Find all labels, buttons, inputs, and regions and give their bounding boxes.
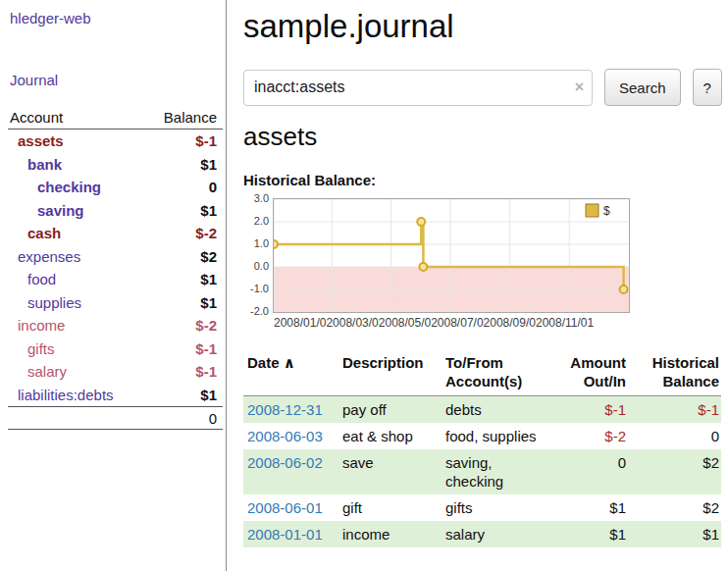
sidebar-account-link-income[interactable]: income: [8, 317, 65, 334]
sort-asc-icon[interactable]: ∧: [284, 354, 295, 371]
sidebar-account-row: expenses$2: [8, 245, 223, 269]
account-column-label: Account: [10, 109, 63, 126]
search-button[interactable]: Search: [604, 69, 681, 106]
register-description: gift: [338, 494, 442, 521]
sidebar-account-balance: $1: [200, 202, 217, 219]
help-button[interactable]: ?: [693, 69, 722, 106]
col-header-accounts: To/From Account(s): [442, 353, 554, 396]
register-balance: 0: [628, 423, 721, 449]
search-bar: × Search ?: [243, 69, 722, 106]
sidebar-account-balance: 0: [209, 179, 217, 195]
register-amount: 0: [554, 449, 628, 494]
register-accounts: saving, checking: [442, 449, 554, 494]
sidebar-account-row: food$1: [8, 268, 223, 291]
sidebar-account-balance: $1: [200, 156, 217, 173]
x-tick-label: 2008/07/0: [431, 316, 483, 330]
sidebar-account-link-food[interactable]: food: [8, 271, 56, 287]
y-tick-label: 1.0: [254, 237, 269, 249]
account-balance-table: Account Balance assets$-1bank$1checking0…: [8, 106, 223, 430]
sidebar-item-journal[interactable]: Journal: [10, 72, 226, 88]
clear-search-icon[interactable]: ×: [575, 78, 584, 97]
y-tick-label: 3.0: [254, 192, 269, 204]
register-row: 2008-06-02savesaving, checking0$2: [243, 449, 721, 494]
register-date-link[interactable]: 2008-12-31: [247, 401, 323, 418]
register-header-row: Date ∧ Description To/From Account(s) Am…: [243, 353, 721, 396]
register-date-cell: 2008-12-31: [243, 396, 338, 424]
account-heading: assets: [243, 122, 722, 152]
chart-plot-area: $: [273, 198, 630, 313]
sidebar-account-link-assets[interactable]: assets: [8, 132, 64, 149]
x-tick-label: 2008/11/01: [536, 316, 594, 330]
register-accounts: debts: [442, 396, 554, 424]
sidebar-account-link-supplies[interactable]: supplies: [8, 294, 81, 311]
sidebar-account-balance: $1: [200, 387, 217, 403]
col-header-date[interactable]: Date ∧: [243, 353, 338, 396]
sidebar-account-balance: $2: [200, 248, 217, 265]
register-description: save: [338, 449, 442, 494]
y-tick-label: -2.0: [250, 305, 269, 317]
sidebar-account-link-liabilities-debts[interactable]: liabilities:debts: [8, 387, 114, 403]
chart-svg: $: [274, 199, 629, 312]
register-date-cell: 2008-01-01: [243, 521, 338, 547]
register-row: 2008-12-31pay offdebts$-1$-1: [243, 396, 721, 424]
account-total-value: 0: [209, 410, 217, 427]
sidebar-account-link-salary[interactable]: salary: [8, 363, 67, 380]
x-tick-label: 2008/01/0: [274, 316, 326, 330]
register-accounts: gifts: [442, 494, 554, 521]
col-header-amount: Amount Out/In: [554, 353, 628, 396]
sidebar-account-row: salary$-1: [8, 360, 223, 384]
sidebar-account-row: checking0: [8, 176, 223, 199]
register-balance: $2: [628, 449, 721, 494]
x-tick-label: 2008/05/0: [379, 316, 431, 330]
register-description: pay off: [338, 396, 442, 424]
search-input[interactable]: [243, 70, 593, 106]
register-row: 2008-06-03eat & shopfood, supplies$-20: [243, 423, 721, 449]
register-date-link[interactable]: 2008-06-02: [247, 454, 323, 471]
sidebar-account-balance: $1: [200, 271, 217, 287]
chart-x-axis: 2008/01/02008/03/02008/05/02008/07/02008…: [274, 316, 722, 330]
register-row: 2008-01-01incomesalary$1$1: [243, 521, 721, 547]
sidebar-account-balance: $-2: [195, 317, 217, 334]
sidebar-account-balance: $-2: [195, 225, 217, 241]
col-header-description: Description: [338, 353, 442, 396]
register-amount: $-1: [554, 396, 628, 424]
date-header-label: Date: [247, 354, 280, 371]
sidebar-account-link-gifts[interactable]: gifts: [8, 340, 55, 357]
register-date-link[interactable]: 2008-01-01: [247, 526, 323, 543]
register-amount: $1: [554, 494, 628, 521]
y-tick-label: -1.0: [250, 283, 269, 294]
register-balance: $1: [628, 521, 721, 547]
sidebar-account-row: cash$-2: [8, 222, 223, 245]
chart-title: Historical Balance:: [243, 172, 722, 188]
sidebar-account-balance: $-1: [195, 363, 217, 380]
sidebar-account-balance: $-1: [195, 132, 217, 149]
sidebar-account-balance: $1: [200, 294, 217, 311]
sidebar-account-row: supplies$1: [8, 291, 223, 315]
svg-text:$: $: [603, 204, 610, 218]
sidebar-account-row: bank$1: [8, 153, 223, 177]
search-box: ×: [243, 70, 593, 106]
register-date-link[interactable]: 2008-06-03: [247, 428, 323, 444]
main-content: sample.journal × Search ? assets Histori…: [228, 0, 728, 571]
register-row: 2008-06-01giftgifts$1$2: [243, 494, 721, 521]
sidebar: hledger-web Journal Account Balance asse…: [0, 0, 227, 571]
chart-y-axis: 3.02.01.00.0-1.0-2.0: [243, 198, 273, 313]
sidebar-account-link-checking[interactable]: checking: [8, 179, 101, 195]
sidebar-account-row: income$-2: [8, 314, 223, 337]
sidebar-account-link-saving[interactable]: saving: [8, 202, 84, 219]
sidebar-account-link-bank[interactable]: bank: [8, 156, 62, 173]
x-tick-label: 2008/03/0: [326, 316, 378, 330]
register-date-link[interactable]: 2008-06-01: [247, 499, 323, 516]
sidebar-account-link-expenses[interactable]: expenses: [8, 248, 80, 265]
register-date-cell: 2008-06-03: [243, 423, 338, 449]
sidebar-account-link-cash[interactable]: cash: [8, 225, 61, 241]
register-description: eat & shop: [338, 423, 442, 449]
brand-link[interactable]: hledger-web: [10, 10, 226, 26]
register-date-cell: 2008-06-01: [243, 494, 338, 521]
sidebar-account-row: gifts$-1: [8, 337, 223, 361]
sidebar-account-row: liabilities:debts$1: [8, 384, 223, 407]
account-list: assets$-1bank$1checking0saving$1cash$-2e…: [8, 130, 223, 406]
register-amount: $1: [554, 521, 628, 547]
register-date-cell: 2008-06-02: [243, 449, 338, 494]
register-balance: $2: [628, 494, 721, 521]
